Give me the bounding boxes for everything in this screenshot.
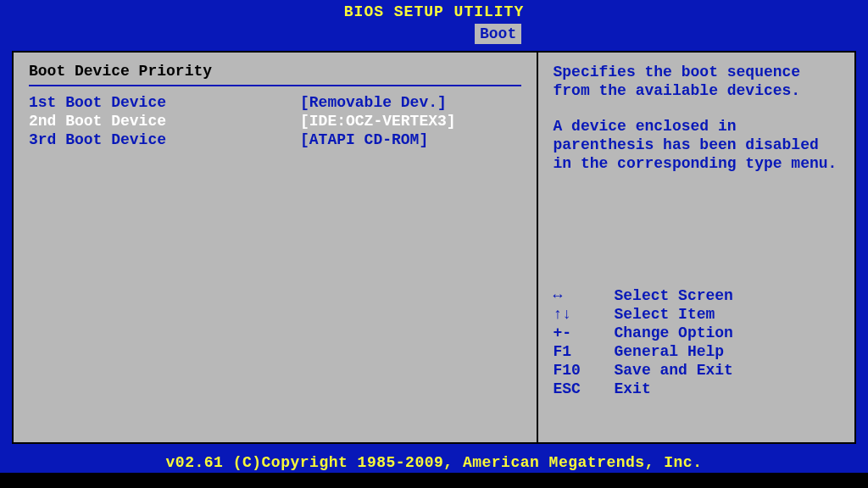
key-description: Select Screen (615, 286, 733, 305)
section-divider (29, 85, 521, 86)
boot-device-row-1[interactable]: 1st Boot Device[Removable Dev.] (29, 93, 521, 112)
help-panel: Specifies the boot sequence from the ava… (538, 51, 857, 444)
key-hint-row: F10Save and Exit (554, 361, 840, 380)
bottom-bar (0, 473, 868, 488)
bios-title: BIOS SETUP UTILITY (0, 0, 868, 24)
boot-priority-panel: Boot Device Priority 1st Boot Device[Rem… (12, 51, 538, 444)
copyright-footer: v02.61 (C)Copyright 1985-2009, American … (0, 452, 868, 473)
boot-device-value[interactable]: [IDE:OCZ-VERTEX3] (300, 112, 456, 130)
key-description: Exit (615, 380, 651, 398)
tab-row: Boot (0, 24, 868, 44)
key-hint-row: F1General Help (554, 342, 840, 361)
key-symbol: ESC (554, 380, 615, 398)
boot-device-value[interactable]: [ATAPI CD-ROM] (300, 130, 428, 149)
boot-device-row-2[interactable]: 2nd Boot Device[IDE:OCZ-VERTEX3] (29, 112, 521, 130)
key-hint-row: +-Change Option (554, 324, 840, 342)
boot-device-list: 1st Boot Device[Removable Dev.]2nd Boot … (29, 93, 521, 149)
key-hint-row: ↑↓Select Item (554, 305, 840, 324)
key-symbol: F1 (554, 342, 615, 361)
key-symbol: ↑↓ (554, 305, 615, 324)
boot-device-label: 1st Boot Device (29, 93, 300, 112)
help-text-1: Specifies the boot sequence from the ava… (554, 63, 840, 100)
key-symbol: F10 (554, 361, 615, 380)
tab-boot[interactable]: Boot (475, 24, 521, 44)
key-hint-row: ↔Select Screen (554, 286, 840, 305)
key-symbol: +- (554, 324, 615, 342)
help-text-2: A device enclosed in parenthesis has bee… (554, 117, 840, 173)
key-description: Select Item (615, 305, 715, 324)
key-description: General Help (615, 342, 725, 361)
key-description: Change Option (615, 324, 733, 342)
boot-device-label: 2nd Boot Device (29, 112, 300, 130)
boot-device-row-3[interactable]: 3rd Boot Device[ATAPI CD-ROM] (29, 130, 521, 149)
boot-device-label: 3rd Boot Device (29, 130, 300, 149)
key-description: Save and Exit (615, 361, 733, 380)
key-legend: ↔Select Screen↑↓Select Item+-Change Opti… (554, 286, 840, 398)
boot-device-value[interactable]: [Removable Dev.] (300, 93, 447, 112)
key-symbol: ↔ (554, 286, 615, 305)
section-title: Boot Device Priority (29, 63, 521, 80)
key-hint-row: ESCExit (554, 380, 840, 398)
